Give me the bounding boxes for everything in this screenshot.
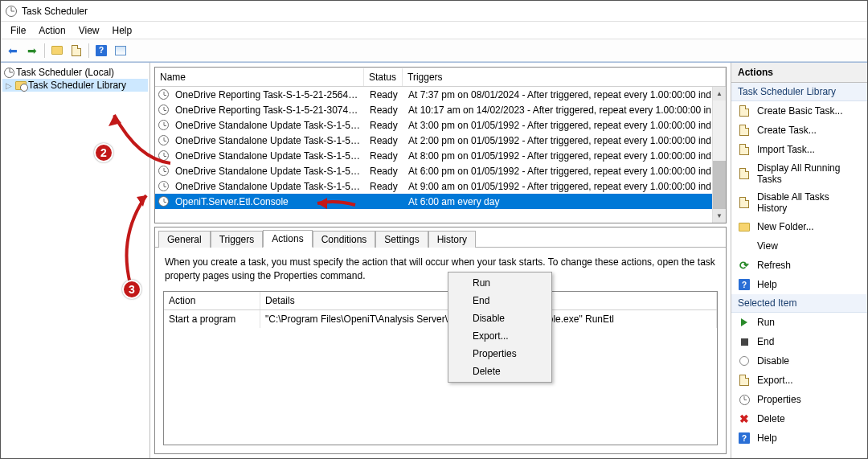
toolbar-help-button[interactable]: ? bbox=[92, 42, 110, 59]
refresh-icon: ⟳ bbox=[739, 259, 749, 272]
col-name[interactable]: Name bbox=[155, 68, 364, 86]
tab-conditions[interactable]: Conditions bbox=[313, 231, 376, 248]
task-icon bbox=[158, 150, 169, 161]
action-row[interactable]: Start a program "C:\Program Files\OpeniT… bbox=[164, 310, 717, 328]
help-icon: ? bbox=[96, 45, 107, 56]
task-row[interactable]: OneDrive Standalone Update Task-S-1-5-21… bbox=[155, 178, 726, 194]
expander-icon[interactable]: ▷ bbox=[4, 81, 14, 90]
task-row[interactable]: OneDrive Reporting Task-S-1-5-21-3074037… bbox=[155, 102, 726, 117]
tree-library-label: Task Scheduler Library bbox=[28, 80, 126, 91]
action-create-basic-task-[interactable]: Create Basic Task... bbox=[731, 101, 867, 121]
scroll-down-button[interactable]: ▼ bbox=[713, 209, 726, 223]
page-icon bbox=[739, 144, 749, 155]
action-run[interactable]: Run bbox=[731, 313, 867, 332]
menu-view[interactable]: View bbox=[72, 23, 106, 38]
nav-back-button[interactable]: ⬅ bbox=[4, 42, 22, 59]
disable-icon bbox=[739, 356, 749, 366]
action-label: Properties bbox=[757, 394, 801, 405]
folder-icon bbox=[739, 223, 750, 232]
task-row[interactable]: OneDrive Standalone Update Task-S-1-5-21… bbox=[155, 117, 726, 133]
ctx-disable[interactable]: Disable bbox=[448, 309, 551, 327]
calendar-icon bbox=[115, 46, 126, 55]
action-export-[interactable]: Export... bbox=[731, 371, 867, 390]
action-grid-header: Action Details bbox=[164, 292, 717, 310]
page-icon bbox=[739, 168, 749, 179]
toolbar-calendar-button[interactable] bbox=[112, 42, 129, 59]
action-cell-action: Start a program bbox=[164, 310, 260, 328]
vertical-scrollbar[interactable]: ▲ ▼ bbox=[712, 87, 726, 223]
page-icon bbox=[739, 197, 749, 208]
ctx-export[interactable]: Export... bbox=[448, 327, 551, 345]
annotation-step-3: 3 bbox=[122, 280, 141, 299]
task-icon bbox=[158, 120, 169, 130]
action-view[interactable]: View bbox=[731, 236, 867, 256]
action-delete[interactable]: ✖Delete bbox=[731, 409, 867, 428]
action-end[interactable]: End bbox=[731, 332, 867, 351]
task-status bbox=[365, 199, 403, 205]
action-help[interactable]: ?Help bbox=[731, 275, 867, 294]
task-row[interactable]: OpeniT.Server.Etl.ConsoleAt 6:00 am ever… bbox=[155, 194, 726, 209]
col-triggers[interactable]: Triggers bbox=[403, 68, 726, 86]
action-new-folder-[interactable]: New Folder... bbox=[731, 217, 867, 236]
tab-triggers[interactable]: Triggers bbox=[211, 231, 264, 248]
ctx-delete[interactable]: Delete bbox=[448, 363, 551, 380]
task-trigger: At 6:00 am every day bbox=[403, 193, 726, 211]
tree-pane: Task Scheduler (Local) ▷ Task Scheduler … bbox=[1, 63, 150, 458]
scroll-thumb[interactable] bbox=[713, 161, 726, 209]
tree-root-label: Task Scheduler (Local) bbox=[16, 67, 114, 78]
action-help[interactable]: ?Help bbox=[731, 428, 867, 448]
menu-file[interactable]: File bbox=[4, 23, 32, 38]
action-properties[interactable]: Properties bbox=[731, 390, 867, 409]
tree-root[interactable]: Task Scheduler (Local) bbox=[2, 66, 148, 79]
page-icon bbox=[739, 105, 749, 117]
nav-forward-button[interactable]: ➡ bbox=[23, 42, 41, 59]
ctx-properties[interactable]: Properties bbox=[448, 345, 551, 363]
menubar: File Action View Help bbox=[1, 22, 867, 39]
action-import-task-[interactable]: Import Task... bbox=[731, 140, 867, 159]
toolbar-divider bbox=[88, 43, 89, 58]
page-icon bbox=[739, 125, 749, 136]
actions-section-selected: Selected Item bbox=[731, 294, 867, 313]
context-menu: RunEndDisableExport...PropertiesDelete bbox=[448, 272, 552, 383]
col-status[interactable]: Status bbox=[364, 68, 403, 86]
task-row[interactable]: OneDrive Standalone Update Task-S-1-5-21… bbox=[155, 163, 726, 178]
action-display-all-running-tasks[interactable]: Display All Running Tasks bbox=[731, 159, 867, 188]
tabstrip: GeneralTriggersActionsConditionsSettings… bbox=[155, 227, 726, 247]
scroll-up-button[interactable]: ▲ bbox=[713, 87, 726, 100]
grid-body: OneDrive Reporting Task-S-1-5-21-2564085… bbox=[155, 87, 726, 223]
properties-icon bbox=[739, 395, 750, 405]
task-row[interactable]: OneDrive Reporting Task-S-1-5-21-2564085… bbox=[155, 87, 726, 102]
menu-action[interactable]: Action bbox=[32, 23, 72, 38]
action-label: Create Task... bbox=[757, 125, 817, 136]
action-col-action[interactable]: Action bbox=[164, 292, 260, 309]
task-icon bbox=[158, 135, 169, 145]
window-title: Task Scheduler bbox=[22, 6, 88, 17]
task-row[interactable]: OneDrive Standalone Update Task-S-1-5-21… bbox=[155, 148, 726, 163]
action-refresh[interactable]: ⟳Refresh bbox=[731, 256, 867, 275]
action-disable-all-tasks-history[interactable]: Disable All Tasks History bbox=[731, 188, 867, 217]
action-disable[interactable]: Disable bbox=[731, 351, 867, 371]
tab-actions[interactable]: Actions bbox=[263, 230, 312, 248]
action-label: Run bbox=[757, 317, 775, 328]
tree-library[interactable]: ▷ Task Scheduler Library bbox=[2, 79, 148, 92]
help-icon: ? bbox=[739, 432, 750, 444]
action-label: Delete bbox=[757, 413, 785, 424]
menu-help[interactable]: Help bbox=[106, 23, 139, 38]
action-label: Create Basic Task... bbox=[757, 105, 843, 117]
toolbar-properties-button[interactable] bbox=[68, 42, 85, 59]
arrow-left-icon: ⬅ bbox=[8, 44, 18, 57]
folder-icon bbox=[51, 46, 63, 55]
action-label: New Folder... bbox=[757, 221, 814, 232]
tab-history[interactable]: History bbox=[428, 231, 476, 248]
task-scheduler-window: Task Scheduler File Action View Help ⬅ ➡… bbox=[0, 0, 868, 459]
tab-general[interactable]: General bbox=[158, 231, 211, 248]
actions-pane-title: Actions bbox=[731, 63, 867, 83]
ctx-run[interactable]: Run bbox=[448, 274, 551, 292]
action-create-task-[interactable]: Create Task... bbox=[731, 121, 867, 140]
task-row[interactable]: OneDrive Standalone Update Task-S-1-5-21… bbox=[155, 133, 726, 148]
page-icon bbox=[72, 45, 81, 56]
toolbar-pane-button[interactable] bbox=[48, 42, 66, 59]
task-grid: Name Status Triggers OneDrive Reporting … bbox=[154, 67, 727, 223]
tab-settings[interactable]: Settings bbox=[375, 231, 428, 248]
ctx-end[interactable]: End bbox=[448, 292, 551, 309]
